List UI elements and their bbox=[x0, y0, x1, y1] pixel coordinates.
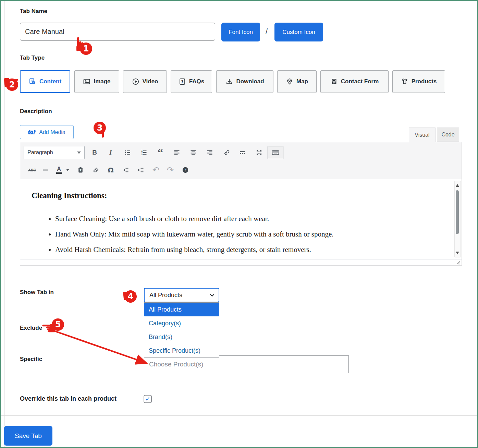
dropdown-option-brands[interactable]: Brand(s) bbox=[144, 330, 219, 344]
font-icon-button[interactable]: Font Icon bbox=[221, 23, 260, 41]
editor-content[interactable]: Cleaning Instructions: Surface Cleaning:… bbox=[20, 179, 462, 259]
tab-type-button-faqs[interactable]: ? FAQs bbox=[171, 70, 212, 93]
editor-toolbar: Paragraph B I 123 bbox=[20, 142, 462, 179]
tab-type-button-download[interactable]: Download bbox=[216, 70, 273, 93]
show-tab-in-selected-value: All Products bbox=[149, 292, 182, 299]
link-icon bbox=[223, 149, 230, 156]
redo-button[interactable]: ↷ bbox=[163, 164, 177, 177]
fullscreen-button[interactable] bbox=[252, 147, 266, 158]
tab-type-label-download: Download bbox=[236, 78, 264, 85]
fullscreen-icon bbox=[256, 149, 262, 156]
resize-handle-icon[interactable] bbox=[456, 260, 460, 265]
read-more-button[interactable] bbox=[236, 147, 249, 158]
tab-type-label: Tab Type bbox=[20, 55, 45, 61]
paragraph-select-label: Paragraph bbox=[27, 149, 53, 156]
editor-bullet: Avoid Harsh Chemicals: Refrain from usin… bbox=[55, 245, 462, 254]
scrollbar-thumb[interactable] bbox=[456, 190, 459, 234]
add-media-label: Add Media bbox=[39, 129, 65, 135]
scroll-down-arrow-icon[interactable] bbox=[456, 252, 459, 254]
show-tab-in-select[interactable]: All Products bbox=[144, 288, 219, 302]
paste-as-text-button[interactable]: T bbox=[74, 164, 87, 177]
map-pin-icon bbox=[286, 78, 293, 85]
decrease-indent-button[interactable] bbox=[119, 164, 133, 177]
help-button[interactable]: ? bbox=[179, 164, 192, 177]
choose-products-input[interactable] bbox=[144, 355, 349, 373]
tab-visual[interactable]: Visual bbox=[409, 128, 436, 142]
add-media-button[interactable]: Add Media bbox=[20, 125, 74, 139]
tab-code[interactable]: Code bbox=[437, 128, 459, 142]
align-center-icon bbox=[190, 149, 197, 156]
horizontal-rule-button[interactable] bbox=[39, 164, 52, 177]
specific-label: Specific bbox=[20, 356, 42, 363]
panel-left-border bbox=[4, 1, 4, 447]
show-tab-in-label: Show Tab in bbox=[20, 289, 54, 296]
text-color-button[interactable]: A bbox=[53, 164, 65, 177]
exclude-label: Exclude bbox=[20, 325, 42, 331]
increase-indent-button[interactable] bbox=[134, 164, 148, 177]
content-doc-search-icon bbox=[29, 78, 36, 85]
tab-name-label: Tab Name bbox=[20, 8, 47, 15]
italic-button[interactable]: I bbox=[104, 147, 118, 158]
horizontal-rule-icon bbox=[42, 167, 49, 173]
tab-type-label-contact-form: Contact Form bbox=[341, 78, 379, 85]
strikethrough-button[interactable]: ABC bbox=[24, 164, 40, 177]
tab-type-label-faqs: FAQs bbox=[189, 78, 204, 85]
numbered-list-icon: 123 bbox=[140, 149, 147, 156]
align-right-button[interactable] bbox=[203, 147, 217, 158]
eraser-icon bbox=[92, 167, 99, 173]
editor-bullet: Hand Wash Only: Mix mild soap with lukew… bbox=[55, 230, 462, 238]
align-left-icon bbox=[173, 149, 180, 156]
annotation-badge-5: 5 bbox=[52, 318, 64, 331]
tab-type-label-map: Map bbox=[296, 78, 308, 85]
text-color-caret-button[interactable] bbox=[65, 164, 70, 177]
paragraph-select[interactable]: Paragraph bbox=[24, 146, 85, 159]
read-more-icon bbox=[239, 149, 246, 156]
dropdown-option-specific-products[interactable]: Specific Product(s) bbox=[144, 344, 219, 358]
checkmark-icon: ✓ bbox=[145, 396, 150, 402]
bold-button[interactable]: B bbox=[88, 147, 101, 158]
text-color-swatch bbox=[56, 172, 62, 174]
image-icon bbox=[83, 78, 90, 85]
annotation-badge-1: 1 bbox=[80, 43, 92, 55]
svg-text:T: T bbox=[79, 169, 82, 172]
help-icon: ? bbox=[182, 167, 189, 173]
editor-scrollbar[interactable] bbox=[454, 181, 461, 257]
annotation-arrow bbox=[52, 327, 151, 368]
tab-type-button-video[interactable]: Video bbox=[123, 70, 167, 93]
annotation-badge-4: 4 bbox=[124, 290, 137, 303]
numbered-list-button[interactable]: 123 bbox=[137, 147, 151, 158]
tab-type-label-products: Products bbox=[412, 78, 437, 85]
align-center-button[interactable] bbox=[186, 147, 200, 158]
description-editor: Paragraph B I 123 bbox=[20, 142, 462, 266]
tab-type-button-content[interactable]: Content bbox=[20, 70, 70, 93]
toolbar-toggle-button[interactable] bbox=[268, 146, 283, 159]
tab-type-button-image[interactable]: Image bbox=[74, 70, 119, 93]
chevron-down-icon bbox=[77, 152, 81, 154]
download-icon bbox=[225, 78, 233, 85]
editor-bullet: Surface Cleaning: Use a soft brush or cl… bbox=[55, 215, 462, 223]
dropdown-option-categories[interactable]: Category(s) bbox=[144, 316, 219, 330]
bulleted-list-button[interactable] bbox=[121, 147, 134, 158]
blockquote-button[interactable]: “ bbox=[154, 146, 167, 159]
override-checkbox[interactable]: ✓ bbox=[144, 395, 152, 403]
tab-type-button-products[interactable]: Products bbox=[392, 70, 445, 93]
insert-link-button[interactable] bbox=[219, 147, 233, 158]
dropdown-option-all-products[interactable]: All Products bbox=[144, 303, 219, 316]
align-left-button[interactable] bbox=[170, 147, 184, 158]
select-chevron-icon bbox=[210, 294, 215, 297]
tab-type-button-contact-form[interactable]: Contact Form bbox=[320, 70, 389, 93]
video-play-icon bbox=[132, 78, 139, 85]
svg-text:3: 3 bbox=[141, 153, 143, 156]
clipboard-text-icon: T bbox=[77, 167, 84, 173]
save-tab-button[interactable]: Save Tab bbox=[4, 426, 52, 446]
align-right-icon bbox=[206, 149, 213, 156]
custom-icon-button[interactable]: Custom Icon bbox=[274, 23, 323, 41]
special-character-button[interactable]: Ω bbox=[104, 164, 118, 177]
footer-divider bbox=[1, 415, 477, 416]
clear-formatting-button[interactable] bbox=[89, 164, 102, 177]
text-color-letter: A bbox=[57, 166, 61, 172]
tab-name-input[interactable] bbox=[20, 23, 215, 41]
scroll-up-arrow-icon[interactable] bbox=[456, 184, 459, 187]
tab-type-button-map[interactable]: Map bbox=[277, 70, 317, 93]
undo-button[interactable]: ↶ bbox=[149, 164, 163, 177]
